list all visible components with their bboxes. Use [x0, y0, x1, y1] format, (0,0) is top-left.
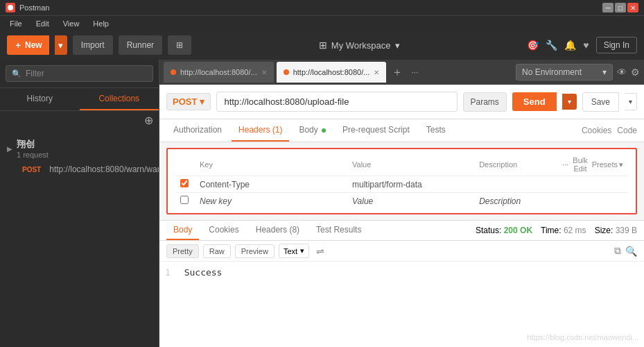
presets-button[interactable]: Presets ▾ [592, 160, 623, 169]
search-response-button[interactable]: 🔍 [625, 245, 637, 257]
collections-tab[interactable]: Collections [80, 88, 159, 110]
method-select[interactable]: POST ▾ [166, 93, 211, 110]
env-dropdown-icon: ▾ [602, 67, 607, 77]
tab-body[interactable]: Body [292, 119, 333, 142]
signin-button[interactable]: Sign In [596, 37, 637, 53]
workspace-button[interactable]: ⊞ My Workspace ▾ [319, 40, 400, 51]
header-row-1: Content-Type multipart/form-data [175, 176, 629, 193]
headers-table: Key Value Description ··· Bulk Edit Pres… [175, 153, 629, 209]
save-button[interactable]: Save [582, 92, 619, 112]
minimize-button[interactable]: ─ [602, 3, 613, 12]
send-button[interactable]: Send [512, 92, 557, 111]
tab-close-2[interactable]: ✕ [374, 69, 379, 76]
request-url-text: http://localhost:8080/warn/warnpost [49, 164, 159, 174]
header-checkbox-1[interactable] [180, 179, 189, 187]
menu-edit[interactable]: Edit [31, 18, 55, 29]
response-section: Body Cookies Headers (8) Test Results St… [159, 220, 644, 347]
header-desc-1 [473, 176, 557, 193]
format-type-select[interactable]: Text ▾ [279, 244, 309, 258]
line-number-1: 1 [165, 267, 171, 278]
header-new-desc[interactable]: Description [473, 193, 557, 210]
req-tab-right: Cookies Code [582, 126, 637, 135]
code-link[interactable]: Code [617, 126, 637, 135]
col-key: Key [194, 153, 347, 176]
app-icon [6, 3, 15, 12]
target-icon[interactable]: 🎯 [527, 40, 539, 51]
tab-close-1[interactable]: ✕ [261, 69, 267, 76]
tab-item-1[interactable]: http://localhost:8080/... ✕ [164, 62, 274, 83]
env-settings-button[interactable]: ⚙ [631, 67, 640, 78]
tab-authorization[interactable]: Authorization [166, 119, 229, 142]
response-status-bar: Status: 200 OK Time: 62 ms Size: 339 B [476, 226, 637, 235]
toolbar: ＋ New ▾ Import Runner ⊞ ⊞ My Workspace ▾… [0, 31, 644, 60]
header-key-1[interactable]: Content-Type [194, 176, 347, 193]
runner-button[interactable]: Runner [119, 35, 162, 55]
collection-header[interactable]: ▶ 翔创 1 request [6, 135, 153, 162]
col-desc: Description [473, 153, 557, 176]
menu-view[interactable]: View [58, 18, 85, 29]
more-tabs-button[interactable]: ··· [408, 67, 421, 77]
sidebar-actions: ⊕ [0, 111, 159, 130]
format-dropdown-icon: ▾ [300, 246, 304, 255]
response-tab-cookies[interactable]: Cookies [202, 221, 245, 240]
cookies-link[interactable]: Cookies [582, 126, 611, 135]
env-eye-button[interactable]: 👁 [617, 67, 627, 78]
tab-item-2[interactable]: http://localhost:8080/... ✕ [277, 62, 387, 83]
menu-help[interactable]: Help [87, 18, 114, 29]
tool-icon[interactable]: 🔧 [546, 40, 557, 51]
extra-button[interactable]: ⊞ [168, 35, 191, 55]
response-tab-body[interactable]: Body [166, 221, 199, 240]
params-button[interactable]: Params [463, 92, 507, 112]
tab-tests[interactable]: Tests [419, 119, 453, 142]
maximize-button[interactable]: □ [615, 3, 626, 12]
environment-select[interactable]: No Environment ▾ [516, 64, 613, 81]
collection-arrow-icon: ▶ [7, 145, 12, 153]
svg-point-0 [8, 5, 13, 10]
response-text: Success [184, 267, 223, 278]
url-input[interactable] [216, 92, 457, 112]
save-dropdown-button[interactable]: ▾ [625, 93, 637, 110]
tab-headers[interactable]: Headers (1) [232, 119, 289, 142]
col-value: Value [347, 153, 473, 176]
response-tab-headers[interactable]: Headers (8) [249, 221, 306, 240]
header-row-new: New key Value Description [175, 193, 629, 210]
more-options-icon[interactable]: ··· [562, 160, 568, 169]
status-size: 339 B [616, 226, 637, 235]
send-dropdown-button[interactable]: ▾ [562, 94, 577, 110]
search-icon: 🔍 [12, 69, 21, 78]
header-new-key[interactable]: New key [194, 193, 347, 210]
add-tab-button[interactable]: ＋ [389, 65, 406, 80]
bulk-edit-button[interactable]: Bulk Edit [573, 156, 587, 173]
status-label: Status: 200 OK [476, 226, 532, 235]
history-tab[interactable]: History [0, 88, 80, 110]
format-raw-button[interactable]: Raw [203, 244, 231, 258]
request-option-tabs: Authorization Headers (1) Body Pre-reque… [159, 119, 644, 142]
status-time: 62 ms [564, 226, 586, 235]
import-button[interactable]: Import [73, 35, 113, 55]
method-arrow-icon: ▾ [200, 96, 204, 107]
format-pretty-button[interactable]: Pretty [166, 244, 199, 258]
response-tab-tests[interactable]: Test Results [309, 221, 368, 240]
response-tabs-bar: Body Cookies Headers (8) Test Results St… [159, 221, 644, 241]
collection-name: 翔创 [17, 138, 49, 151]
menu-file[interactable]: File [4, 18, 28, 29]
header-checkbox-new[interactable] [180, 196, 189, 204]
presets-arrow-icon: ▾ [619, 160, 623, 169]
copy-response-button[interactable]: ⧉ [614, 245, 621, 257]
heart-icon[interactable]: ♥ [583, 40, 589, 51]
close-button[interactable]: ✕ [627, 3, 638, 12]
bell-icon[interactable]: 🔔 [564, 40, 576, 51]
search-box[interactable]: 🔍 Filter [6, 65, 153, 82]
main-container: 🔍 Filter History Collections ⊕ ▶ 翔创 1 re… [0, 60, 644, 347]
tab-prerequest[interactable]: Pre-request Script [336, 119, 417, 142]
add-collection-button[interactable]: ⊕ [144, 114, 153, 127]
new-dropdown-button[interactable]: ▾ [55, 35, 67, 55]
sidebar-search-area: 🔍 Filter [0, 60, 159, 88]
request-list-item[interactable]: POST http://localhost:8080/warn/warnpost [6, 162, 153, 177]
wrap-text-button[interactable]: ⇌ [316, 246, 324, 257]
format-preview-button[interactable]: Preview [235, 244, 275, 258]
header-new-value[interactable]: Value [347, 193, 473, 210]
new-button[interactable]: ＋ New [7, 35, 49, 55]
header-value-1[interactable]: multipart/form-data [347, 176, 473, 193]
tab-indicator [171, 69, 176, 75]
